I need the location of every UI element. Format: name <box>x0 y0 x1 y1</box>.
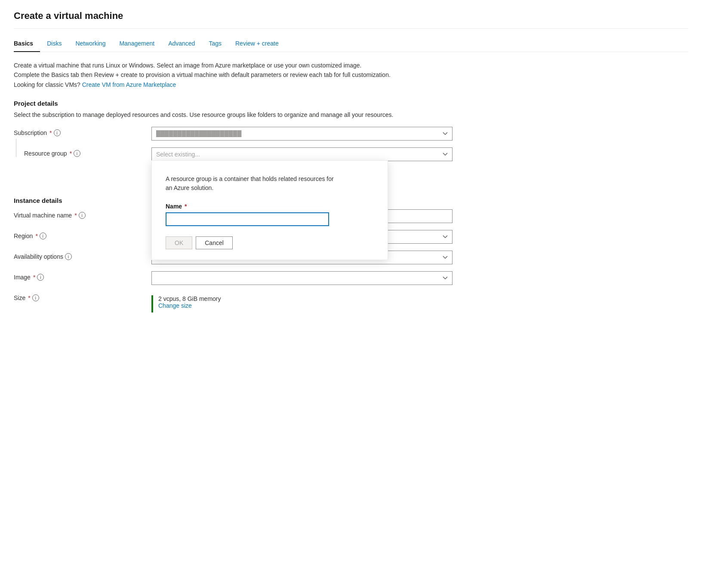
create-resource-group-modal: A resource group is a container that hol… <box>151 160 388 260</box>
modal-buttons: OK Cancel <box>166 236 374 249</box>
resource-group-row: Resource group * i Select existing... Cr… <box>14 147 688 176</box>
page-title: Create a virtual machine <box>14 10 688 21</box>
tab-tags[interactable]: Tags <box>202 36 228 52</box>
availability-options-label: Availability options <box>14 253 63 260</box>
size-content: 2 vcpus, 8 GiB memory Change size <box>158 295 221 309</box>
image-required: * <box>33 274 35 281</box>
description-line1: Create a virtual machine that runs Linux… <box>14 62 361 69</box>
region-info-icon[interactable]: i <box>40 233 46 239</box>
vm-name-required: * <box>74 212 77 219</box>
tab-review-create[interactable]: Review + create <box>228 36 286 52</box>
availability-options-info-icon[interactable]: i <box>65 253 72 260</box>
vm-name-label-col: Virtual machine name * i <box>14 209 151 219</box>
modal-description: A resource group is a container that hol… <box>166 175 338 193</box>
tab-advanced[interactable]: Advanced <box>161 36 202 52</box>
resource-group-required: * <box>70 150 72 157</box>
image-row: Image * i <box>14 271 688 285</box>
availability-options-label-col: Availability options i <box>14 251 151 260</box>
tab-networking[interactable]: Networking <box>68 36 112 52</box>
page-description: Create a virtual machine that runs Linux… <box>14 61 401 89</box>
size-required: * <box>28 294 30 301</box>
project-details-desc: Select the subscription to manage deploy… <box>14 111 401 118</box>
size-indicator-bar <box>151 295 153 312</box>
subscription-row: Subscription * i ████████████████████ <box>14 127 688 141</box>
subscription-control: ████████████████████ <box>151 127 453 141</box>
size-value: 2 vcpus, 8 GiB memory <box>158 295 221 302</box>
region-label: Region <box>14 233 33 239</box>
subscription-select[interactable]: ████████████████████ <box>151 127 453 141</box>
description-line2: Complete the Basics tab then Review + cr… <box>14 71 391 78</box>
region-required: * <box>35 233 37 239</box>
resource-group-label-col: Resource group * i <box>14 147 151 157</box>
resource-group-control: Select existing... Create new A resource… <box>151 147 453 176</box>
modal-cancel-button[interactable]: Cancel <box>196 236 233 249</box>
tab-disks[interactable]: Disks <box>40 36 68 52</box>
subscription-label-col: Subscription * i <box>14 127 151 136</box>
modal-name-field-container: Name * <box>166 203 374 226</box>
image-select[interactable] <box>151 271 453 285</box>
size-info-icon[interactable]: i <box>32 294 39 301</box>
project-details-title: Project details <box>14 100 688 107</box>
image-label-col: Image * i <box>14 271 151 281</box>
subscription-label: Subscription <box>14 129 47 136</box>
tab-management[interactable]: Management <box>112 36 161 52</box>
title-divider <box>14 28 688 29</box>
vm-name-info-icon[interactable]: i <box>79 212 86 219</box>
tab-basics[interactable]: Basics <box>14 36 40 52</box>
classic-vms-link[interactable]: Create VM from Azure Marketplace <box>82 81 176 88</box>
image-info-icon[interactable]: i <box>37 274 44 281</box>
subscription-required: * <box>49 129 52 136</box>
modal-name-required: * <box>185 203 187 210</box>
size-change-link[interactable]: Change size <box>158 302 192 309</box>
resource-group-info-icon[interactable]: i <box>74 150 80 157</box>
resource-group-label: Resource group <box>24 150 67 157</box>
vm-name-label: Virtual machine name <box>14 212 72 219</box>
region-label-col: Region * i <box>14 230 151 239</box>
modal-ok-button[interactable]: OK <box>166 236 192 249</box>
modal-name-label: Name * <box>166 203 374 210</box>
resource-group-select[interactable]: Select existing... <box>151 147 453 161</box>
modal-name-input[interactable] <box>166 212 329 226</box>
subscription-info-icon[interactable]: i <box>54 129 61 136</box>
classic-vms-text: Looking for classic VMs? <box>14 81 80 88</box>
image-label: Image <box>14 274 31 281</box>
size-row: Size * i 2 vcpus, 8 GiB memory Change si… <box>14 292 688 312</box>
image-control <box>151 271 453 285</box>
size-label-col: Size * i <box>14 292 151 301</box>
tab-nav: Basics Disks Networking Management Advan… <box>14 36 688 52</box>
size-label: Size <box>14 294 25 301</box>
size-control: 2 vcpus, 8 GiB memory Change size <box>151 292 453 312</box>
